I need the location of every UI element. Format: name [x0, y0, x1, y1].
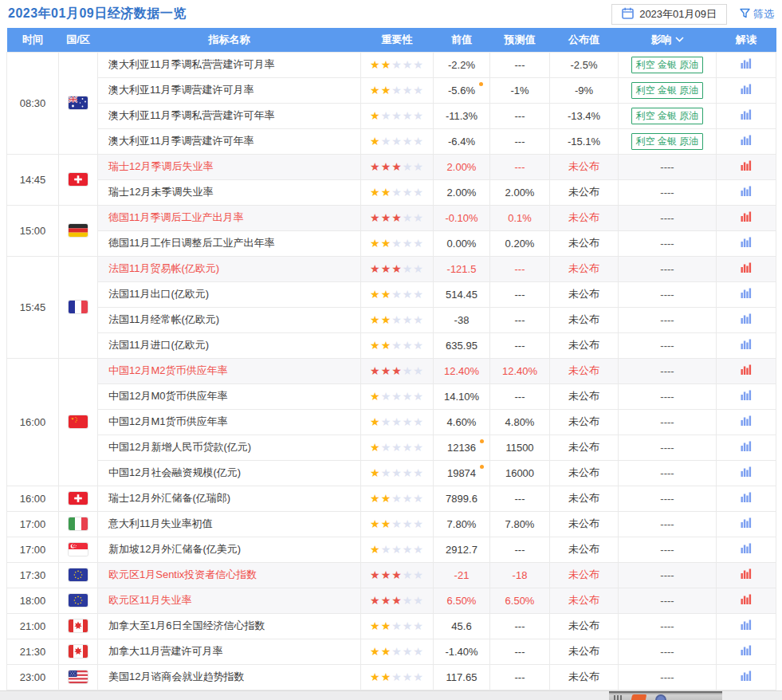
- indicator-name-cell: 瑞士12月未季调失业率: [98, 179, 361, 205]
- indicator-name-link[interactable]: 中国12月M1货币供应年率: [108, 415, 228, 427]
- chart-icon[interactable]: [741, 186, 752, 199]
- star-icon: ★: [381, 237, 392, 250]
- indicator-name-link[interactable]: 美国12月谘商会就业趋势指数: [108, 671, 244, 682]
- chart-icon[interactable]: [741, 211, 752, 224]
- chart-icon[interactable]: [741, 441, 752, 454]
- importance-stars: ★★★★★: [361, 613, 434, 639]
- chart-icon[interactable]: [741, 84, 752, 96]
- table-row: 澳大利亚11月季调私营营建许可年率★★★★★-11.3%----13.4%利空 …: [7, 103, 776, 128]
- indicator-name-link[interactable]: 法国11月经常帐(亿欧元): [108, 313, 219, 325]
- chart-icon[interactable]: [741, 543, 752, 556]
- star-icon: ★: [403, 594, 414, 607]
- star-icon: ★: [413, 262, 424, 275]
- interpretation-cell: [717, 281, 776, 307]
- chart-icon[interactable]: [741, 390, 752, 403]
- star-icon: ★: [413, 186, 424, 199]
- indicator-name-link[interactable]: 法国11月贸易帐(亿欧元): [108, 262, 219, 274]
- chart-icon[interactable]: [741, 466, 752, 479]
- impact-cell: 利空 金银 原油: [619, 77, 717, 103]
- star-icon: ★: [391, 517, 403, 530]
- star-icon: ★: [370, 262, 381, 275]
- chart-icon[interactable]: [741, 492, 752, 505]
- forecast-value-cell: 4.80%: [490, 409, 550, 435]
- indicator-name-link[interactable]: 瑞士12月未季调失业率: [108, 186, 213, 198]
- date-picker-button[interactable]: 2023年01月09日: [611, 4, 727, 25]
- previous-value-cell: 7899.6: [434, 486, 490, 511]
- chart-icon[interactable]: [741, 160, 752, 173]
- chart-icon[interactable]: [741, 594, 752, 607]
- indicator-name-link[interactable]: 欧元区11月失业率: [108, 594, 192, 606]
- indicator-name-link[interactable]: 瑞士12月外汇储备(亿瑞郎): [108, 492, 230, 504]
- filter-button[interactable]: 筛选: [740, 7, 774, 22]
- star-icon: ★: [381, 262, 392, 275]
- country-cell: [59, 613, 98, 639]
- interpretation-cell: [717, 435, 776, 460]
- column-header-8[interactable]: 影响: [619, 28, 717, 52]
- chart-icon[interactable]: [741, 517, 752, 530]
- chart-icon[interactable]: [741, 262, 752, 275]
- indicator-name-link[interactable]: 法国11月出口(亿欧元): [108, 288, 209, 300]
- chart-icon[interactable]: [741, 671, 752, 683]
- importance-stars: ★★★★★: [361, 460, 434, 486]
- chart-icon[interactable]: [741, 568, 752, 581]
- star-icon: ★: [403, 441, 414, 454]
- star-icon: ★: [413, 58, 424, 71]
- indicator-name-link[interactable]: 中国12月M0货币供应年率: [108, 390, 228, 402]
- star-icon: ★: [381, 211, 392, 224]
- star-icon: ★: [403, 237, 414, 250]
- chart-icon[interactable]: [741, 237, 752, 250]
- revised-dot-icon: [480, 439, 484, 443]
- interpretation-cell: [717, 103, 776, 128]
- chart-icon[interactable]: [741, 645, 752, 658]
- forecast-value-cell: ---: [490, 128, 550, 154]
- indicator-name-link[interactable]: 法国11月进口(亿欧元): [108, 339, 209, 351]
- indicator-name-link[interactable]: 瑞士12月季调后失业率: [108, 160, 213, 172]
- indicator-name-link[interactable]: 中国12月社会融资规模(亿元): [108, 466, 241, 478]
- page-title: 2023年01月09日经济数据一览: [8, 6, 187, 22]
- star-icon: ★: [391, 237, 403, 250]
- star-icon: ★: [403, 313, 414, 326]
- published-value-cell: -9%: [550, 77, 619, 103]
- star-icon: ★: [413, 543, 424, 556]
- star-icon: ★: [370, 339, 381, 352]
- impact-cell: ----: [619, 332, 717, 358]
- forecast-value-cell: ---: [490, 256, 550, 281]
- table-row: 14:45瑞士12月季调后失业率★★★★★2.00%---未公布----: [7, 154, 776, 179]
- indicator-name-link[interactable]: 德国11月工作日调整后工业产出年率: [108, 237, 275, 249]
- chart-icon[interactable]: [741, 288, 752, 301]
- chart-icon[interactable]: [741, 313, 752, 326]
- indicator-name-link[interactable]: 德国11月季调后工业产出月率: [108, 211, 244, 223]
- star-icon: ★: [391, 211, 403, 224]
- chart-icon[interactable]: [741, 339, 752, 352]
- forecast-value-cell: 12.40%: [490, 358, 550, 383]
- importance-stars: ★★★★★: [361, 154, 434, 179]
- chevron-down-icon: [672, 33, 684, 45]
- star-icon: ★: [381, 543, 392, 556]
- indicator-name-link[interactable]: 澳大利亚11月季调私营营建许可年率: [108, 109, 275, 121]
- previous-value-cell: 45.6: [434, 613, 490, 639]
- indicator-name-link[interactable]: 新加坡12月外汇储备(亿美元): [108, 543, 241, 555]
- chart-icon[interactable]: [741, 135, 752, 147]
- indicator-name-link[interactable]: 澳大利亚11月季调营建许可月率: [108, 84, 254, 96]
- chart-icon[interactable]: [741, 415, 752, 428]
- indicator-name-link[interactable]: 加拿大11月营建许可月率: [108, 645, 223, 657]
- table-row: 18:00欧元区11月失业率★★★★★6.50%6.50%未公布----: [7, 588, 776, 613]
- chart-icon[interactable]: [741, 109, 752, 122]
- indicator-name-link[interactable]: 加拿大至1月6日全国经济信心指数: [108, 619, 265, 631]
- chart-icon[interactable]: [741, 364, 752, 377]
- indicator-name-link[interactable]: 澳大利亚11月季调营建许可年率: [108, 135, 254, 147]
- chart-icon[interactable]: [741, 58, 752, 71]
- indicator-name-link[interactable]: 中国12月新增人民币贷款(亿元): [108, 441, 251, 453]
- indicator-name-link[interactable]: 欧元区1月Sentix投资者信心指数: [108, 568, 257, 580]
- star-icon: ★: [370, 645, 381, 658]
- time-cell: 21:30: [7, 639, 59, 664]
- chart-icon[interactable]: [741, 619, 752, 632]
- star-icon: ★: [370, 619, 381, 632]
- country-cell: [59, 664, 98, 690]
- indicator-name-link[interactable]: 澳大利亚11月季调私营营建许可月率: [108, 58, 275, 70]
- china-flag-icon: [69, 415, 88, 428]
- published-value-cell: 未公布: [550, 562, 619, 588]
- indicator-name-link[interactable]: 意大利11月失业率初值: [108, 517, 213, 529]
- indicator-name-link[interactable]: 中国12月M2货币供应年率: [108, 364, 228, 376]
- star-icon: ★: [370, 568, 381, 581]
